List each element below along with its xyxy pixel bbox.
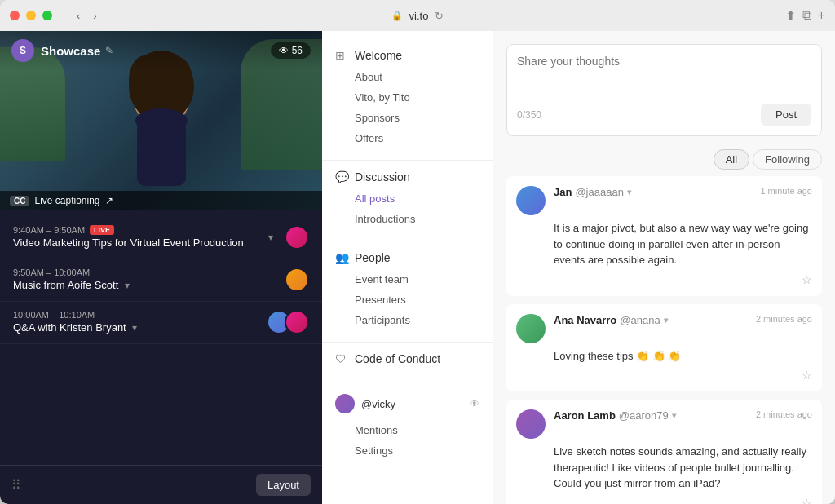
tab-following[interactable]: Following: [753, 149, 822, 170]
nav-user[interactable]: @vicky 👁: [322, 387, 493, 420]
app-logo: S: [11, 39, 34, 62]
forward-button[interactable]: ›: [88, 8, 101, 24]
chevron-icon: ▾: [125, 280, 130, 291]
back-button[interactable]: ‹: [72, 8, 85, 24]
schedule-time: 9:40AM – 9:50AM LIVE: [13, 225, 257, 235]
compose-input[interactable]: [517, 55, 811, 95]
section-title: Welcome: [355, 49, 402, 62]
traffic-lights: [10, 11, 52, 20]
nav-item-all-posts[interactable]: All posts: [322, 188, 493, 209]
post-meta: Ana Navarro @anana ▾: [554, 314, 748, 326]
nav-panel: ⊞ Welcome About Vito, by Tito Sponsors O…: [322, 31, 493, 504]
maximize-button[interactable]: [42, 11, 52, 20]
video-header: S Showcase ✎ 👁 56: [0, 31, 322, 70]
schedule-item[interactable]: 10:00AM – 10:10AM Q&A with Kristen Bryan…: [0, 302, 322, 344]
avatar: [285, 310, 309, 334]
post-header: Ana Navarro @anana ▾ 2 minutes ago: [516, 314, 812, 343]
titlebar: ‹ › 🔒 vi.to ↻ ⬆ ⧉ +: [0, 0, 835, 31]
nav-item-offers[interactable]: Offers: [322, 128, 493, 148]
dropdown-icon[interactable]: ▾: [672, 411, 676, 420]
feed-post: Jan @jaaaaan ▾ 1 minute ago It is a majo…: [506, 176, 822, 296]
visibility-icon[interactable]: 👁: [470, 398, 479, 409]
nav-section-people-header: 👥 People: [322, 246, 493, 269]
post-avatar: [516, 409, 546, 439]
nav-divider: [322, 342, 493, 343]
schedule-item-info: 9:50AM – 10:00AM Music from Aoife Scott …: [13, 267, 276, 293]
nav-section-discussion: 💬 Discussion All posts Introductions: [322, 166, 493, 229]
schedule-time: 9:50AM – 10:00AM: [13, 267, 276, 277]
dropdown-icon[interactable]: ▾: [627, 188, 631, 197]
section-title: People: [355, 251, 391, 264]
post-actions: ☆: [516, 497, 812, 505]
titlebar-actions: ⬆ ⧉ +: [785, 8, 825, 24]
shield-icon: 🛡: [335, 352, 348, 365]
share-icon[interactable]: ⬆: [785, 8, 796, 24]
nav-item-presenters[interactable]: Presenters: [322, 290, 493, 310]
feed-post: Aaron Lamb @aaron79 ▾ 2 minutes ago Live…: [506, 400, 822, 504]
char-count: 0/350: [517, 109, 541, 121]
username: @vicky: [361, 398, 463, 410]
layout-button[interactable]: Layout: [256, 474, 311, 496]
post-meta: Jan @jaaaaan ▾: [554, 186, 752, 198]
logo-letter: S: [20, 45, 26, 56]
grid-icon: ⊞: [335, 49, 348, 62]
post-actions: ☆: [516, 369, 812, 382]
post-author: Ana Navarro @anana ▾: [554, 314, 748, 326]
coc-label: Code of Conduct: [355, 352, 440, 365]
external-link-icon[interactable]: ↗: [105, 195, 113, 206]
schedule-avatars: [267, 310, 309, 334]
close-button[interactable]: [10, 11, 20, 20]
schedule-avatars: [285, 267, 309, 292]
nav-section-welcome-header: ⊞ Welcome: [322, 44, 493, 67]
compose-area: 0/350 Post: [506, 44, 822, 136]
nav-item-event-team[interactable]: Event team: [322, 269, 493, 290]
nav-buttons: ‹ ›: [72, 8, 102, 24]
post-meta: Aaron Lamb @aaron79 ▾: [554, 409, 748, 422]
nav-section-discussion-header: 💬 Discussion: [322, 166, 493, 188]
discussion-icon: 💬: [335, 170, 348, 183]
right-panel: 0/350 Post All Following Jan: [493, 31, 835, 504]
post-button[interactable]: Post: [761, 104, 811, 126]
nav-coc-header[interactable]: 🛡 Code of Conduct: [322, 347, 493, 370]
schedule-title: Video Marketing Tips for Virtual Event P…: [13, 237, 257, 250]
post-header: Aaron Lamb @aaron79 ▾ 2 minutes ago: [516, 409, 812, 439]
post-author: Aaron Lamb @aaron79 ▾: [554, 409, 748, 422]
schedule-title: Music from Aoife Scott ▾: [13, 279, 276, 293]
edit-icon[interactable]: ✎: [105, 45, 113, 56]
tab-all[interactable]: All: [714, 149, 749, 170]
star-button[interactable]: ☆: [802, 497, 812, 505]
nav-item-about[interactable]: About: [322, 67, 493, 87]
schedule-list: 9:40AM – 9:50AM LIVE Video Marketing Tip…: [0, 210, 322, 465]
nav-item-sponsors[interactable]: Sponsors: [322, 108, 493, 128]
schedule-item[interactable]: 9:50AM – 10:00AM Music from Aoife Scott …: [0, 259, 322, 302]
nav-divider: [322, 382, 493, 382]
window-controls-icon[interactable]: ⧉: [802, 8, 811, 24]
chevron-icon: ▾: [268, 232, 273, 243]
author-handle: @anana: [620, 314, 660, 326]
nav-section-welcome: ⊞ Welcome About Vito, by Tito Sponsors O…: [322, 44, 493, 148]
reload-icon[interactable]: ↻: [435, 10, 444, 22]
schedule-item[interactable]: 9:40AM – 9:50AM LIVE Video Marketing Tip…: [0, 217, 322, 259]
star-button[interactable]: ☆: [802, 369, 812, 382]
app-container: S Showcase ✎ 👁 56 CC Live captioning ↗: [0, 31, 835, 504]
post-body: It is a major pivot, but also a new way …: [516, 220, 812, 268]
eye-icon: 👁: [279, 45, 289, 56]
feed-tabs: All Following: [493, 149, 835, 176]
dots-grid-icon[interactable]: ⠿: [11, 477, 21, 493]
new-tab-icon[interactable]: +: [818, 8, 825, 24]
dropdown-icon[interactable]: ▾: [664, 316, 668, 325]
viewer-number: 56: [292, 45, 303, 56]
nav-item-mentions[interactable]: Mentions: [322, 420, 493, 440]
url-display[interactable]: vi.to: [409, 10, 429, 22]
caption-bar[interactable]: CC Live captioning ↗: [0, 191, 322, 210]
nav-item-settings[interactable]: Settings: [322, 440, 493, 461]
star-button[interactable]: ☆: [802, 273, 812, 286]
nav-item-introductions[interactable]: Introductions: [322, 209, 493, 229]
nav-item-participants[interactable]: Participants: [322, 310, 493, 330]
minimize-button[interactable]: [26, 11, 36, 20]
bottom-bar: ⠿ Layout: [0, 465, 322, 504]
author-name: Ana Navarro: [554, 314, 616, 326]
nav-item-vito[interactable]: Vito, by Tito: [322, 87, 493, 108]
schedule-item-info: 9:40AM – 9:50AM LIVE Video Marketing Tip…: [13, 225, 257, 250]
post-author: Jan @jaaaaan ▾: [554, 186, 752, 198]
